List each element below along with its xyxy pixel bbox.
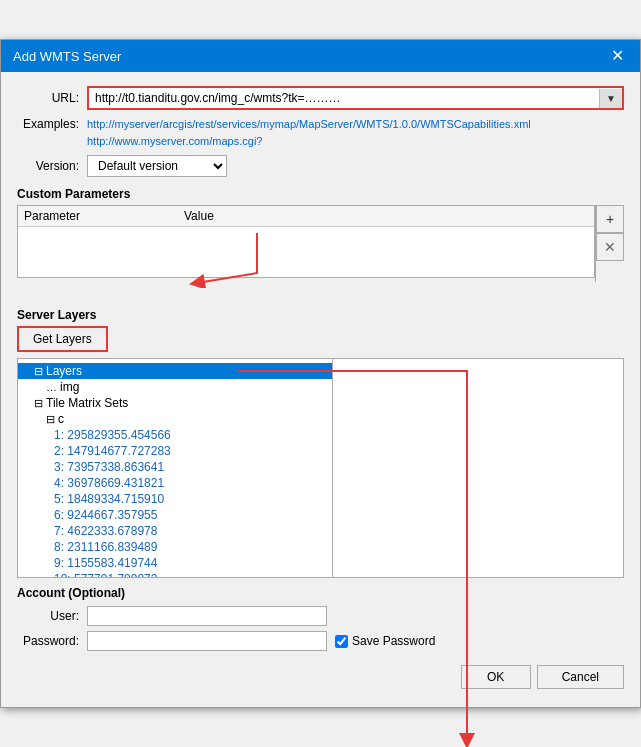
footer-buttons: OK Cancel bbox=[17, 659, 624, 693]
tree-item-layers[interactable]: ⊟ Layers bbox=[18, 363, 332, 379]
url-input[interactable] bbox=[89, 88, 599, 108]
version-row: Version: Default version 1.0.0 bbox=[17, 155, 624, 177]
params-body bbox=[18, 227, 594, 277]
folder-icon-layers: ⊟ bbox=[34, 365, 43, 378]
params-table-wrapper: Parameter Value bbox=[17, 205, 595, 278]
folder-icon-tms: ⊟ bbox=[34, 397, 43, 410]
tree-label-4: 4: 36978669.431821 bbox=[54, 476, 164, 490]
tree-label-10: 10: 577791.709872 bbox=[54, 572, 157, 577]
tree-item-7[interactable]: 7: 4622333.678978 bbox=[18, 523, 332, 539]
user-label: User: bbox=[17, 609, 87, 623]
params-table: Parameter Value bbox=[18, 206, 594, 277]
url-row: URL: ▼ bbox=[17, 86, 624, 110]
get-layers-button[interactable]: Get Layers bbox=[17, 326, 108, 352]
close-button[interactable]: ✕ bbox=[607, 48, 628, 64]
tree-item-8[interactable]: 8: 2311166.839489 bbox=[18, 539, 332, 555]
tree-item-1[interactable]: 1: 295829355.454566 bbox=[18, 427, 332, 443]
password-row: Password: Save Password bbox=[17, 631, 624, 651]
layers-panel: ⊟ Layers … img ⊟ Tile Matrix Sets ⊟ c bbox=[17, 358, 624, 578]
dialog-content: URL: ▼ Examples: http://myserver/arcgis/… bbox=[1, 72, 640, 707]
layers-tree[interactable]: ⊟ Layers … img ⊟ Tile Matrix Sets ⊟ c bbox=[18, 359, 333, 577]
tree-item-3[interactable]: 3: 73957338.863641 bbox=[18, 459, 332, 475]
account-title: Account (Optional) bbox=[17, 586, 624, 600]
custom-params-section: Parameter Value + ✕ bbox=[17, 205, 624, 282]
tree-label-8: 8: 2311166.839489 bbox=[54, 540, 157, 554]
dialog-title: Add WMTS Server bbox=[13, 49, 121, 64]
user-input[interactable] bbox=[87, 606, 327, 626]
server-layers-section: Server Layers Get Layers ⊟ Layers … img … bbox=[17, 308, 624, 578]
example2: http://www.myserver.com/maps.cgi? bbox=[87, 133, 531, 150]
version-select[interactable]: Default version 1.0.0 bbox=[87, 155, 227, 177]
ok-button[interactable]: OK bbox=[461, 665, 531, 689]
examples-text: http://myserver/arcgis/rest/services/mym… bbox=[87, 116, 531, 149]
remove-icon: ✕ bbox=[604, 239, 616, 255]
params-buttons: + ✕ bbox=[595, 205, 624, 282]
save-password-wrapper: Save Password bbox=[335, 634, 435, 648]
password-input[interactable] bbox=[87, 631, 327, 651]
url-dropdown-button[interactable]: ▼ bbox=[599, 89, 622, 108]
examples-row: Examples: http://myserver/arcgis/rest/se… bbox=[17, 116, 624, 149]
url-input-wrapper: ▼ bbox=[87, 86, 624, 110]
add-wmts-dialog: Add WMTS Server ✕ URL: ▼ Examples: http:… bbox=[0, 39, 641, 708]
tree-label-1: 1: 295829355.454566 bbox=[54, 428, 171, 442]
title-bar: Add WMTS Server ✕ bbox=[1, 40, 640, 72]
tree-item-img[interactable]: … img bbox=[18, 379, 332, 395]
tree-label-5: 5: 18489334.715910 bbox=[54, 492, 164, 506]
tree-label-3: 3: 73957338.863641 bbox=[54, 460, 164, 474]
tree-item-10[interactable]: 10: 577791.709872 bbox=[18, 571, 332, 577]
password-label: Password: bbox=[17, 634, 87, 648]
server-layers-title: Server Layers bbox=[17, 308, 624, 322]
remove-param-button[interactable]: ✕ bbox=[596, 233, 624, 261]
tree-label-2: 2: 147914677.727283 bbox=[54, 444, 171, 458]
tree-item-6[interactable]: 6: 9244667.357955 bbox=[18, 507, 332, 523]
user-row: User: bbox=[17, 606, 624, 626]
tree-item-9[interactable]: 9: 1155583.419744 bbox=[18, 555, 332, 571]
params-header: Parameter Value bbox=[18, 206, 594, 227]
tree-label-layers: Layers bbox=[46, 364, 82, 378]
value-col-header: Value bbox=[184, 209, 214, 223]
custom-params-title: Custom Parameters bbox=[17, 187, 624, 201]
tree-item-c[interactable]: ⊟ c bbox=[18, 411, 332, 427]
tree-label-img: img bbox=[60, 380, 79, 394]
tree-item-tile-matrix-sets[interactable]: ⊟ Tile Matrix Sets bbox=[18, 395, 332, 411]
version-label: Version: bbox=[17, 159, 87, 173]
tree-label-tms: Tile Matrix Sets bbox=[46, 396, 128, 410]
arrow-annotation-area bbox=[17, 288, 624, 308]
tree-item-2[interactable]: 2: 147914677.727283 bbox=[18, 443, 332, 459]
url-label: URL: bbox=[17, 91, 87, 105]
cancel-button[interactable]: Cancel bbox=[537, 665, 624, 689]
add-param-button[interactable]: + bbox=[596, 205, 624, 233]
tree-label-c: c bbox=[58, 412, 64, 426]
tree-item-5[interactable]: 5: 18489334.715910 bbox=[18, 491, 332, 507]
tree-item-4[interactable]: 4: 36978669.431821 bbox=[18, 475, 332, 491]
save-password-checkbox[interactable] bbox=[335, 635, 348, 648]
tree-label-9: 9: 1155583.419744 bbox=[54, 556, 157, 570]
folder-icon-c: ⊟ bbox=[46, 413, 55, 426]
example1: http://myserver/arcgis/rest/services/mym… bbox=[87, 116, 531, 133]
leaf-icon-img: … bbox=[46, 381, 57, 393]
examples-label: Examples: bbox=[17, 116, 87, 131]
param-col-header: Parameter bbox=[24, 209, 184, 223]
tree-label-7: 7: 4622333.678978 bbox=[54, 524, 157, 538]
tree-label-6: 6: 9244667.357955 bbox=[54, 508, 157, 522]
layers-detail bbox=[333, 359, 623, 577]
account-section: Account (Optional) User: Password: Save … bbox=[17, 586, 624, 651]
save-password-label: Save Password bbox=[352, 634, 435, 648]
